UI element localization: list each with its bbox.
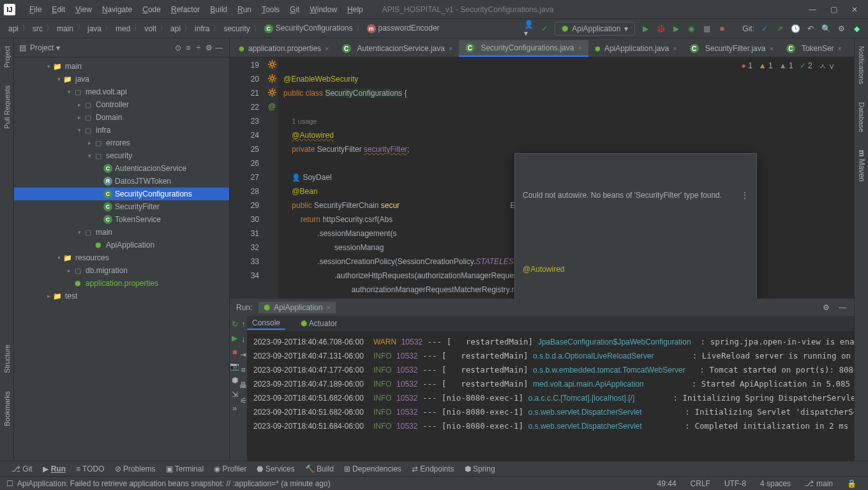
select-opened-icon[interactable]: ⊙ (173, 43, 183, 53)
gutter-icons[interactable]: 🔆🔆🔆 @ (266, 57, 278, 299)
tool-endpoints[interactable]: ⇄ Endpoints (407, 464, 460, 473)
tool-terminal[interactable]: ▣ Terminal (161, 464, 209, 473)
menu-tools[interactable]: Tools (257, 5, 285, 14)
tool-dependencies[interactable]: ⊞ Dependencies (339, 464, 407, 473)
run-tab[interactable]: ⬢ ApiApplication × (258, 302, 336, 313)
indent-setting[interactable]: 4 spaces (755, 479, 796, 488)
editor-tab[interactable]: ⬢application.properties× (232, 40, 336, 57)
tool-services[interactable]: ⬣ Services (251, 464, 299, 473)
actuator-icon[interactable]: ⬢ (232, 376, 238, 385)
tree-node-TokenService[interactable]: CTokenService (14, 213, 229, 226)
pull-requests-tool-button[interactable]: Pull Requests (3, 83, 11, 131)
tree-node-java[interactable]: ▾📁java (14, 73, 229, 85)
breadcrumb-item[interactable]: infra (193, 24, 211, 33)
editor-tab[interactable]: CTokenSer× (780, 40, 848, 57)
scroll-icon[interactable]: ≡ (241, 366, 245, 375)
tree-node-Controller[interactable]: ▸▢Controller (14, 98, 229, 111)
more-icon[interactable]: » (232, 404, 237, 413)
menu-code[interactable]: Code (137, 5, 166, 14)
search-icon[interactable]: 🔍 (821, 24, 831, 34)
lock-icon[interactable]: 🔒 (842, 479, 862, 488)
profile-button[interactable]: ◉ (686, 24, 696, 34)
plugin-icon[interactable]: ◆ (851, 24, 862, 34)
breadcrumb-item[interactable]: main (55, 24, 75, 33)
down-icon[interactable]: ↓ (241, 335, 245, 344)
breadcrumb-item[interactable]: CSecurityConfigurations (262, 24, 355, 33)
close-tab-icon[interactable]: × (673, 45, 677, 52)
breadcrumb-item[interactable]: java (86, 24, 103, 33)
tree-node-db-migration[interactable]: ▸▢db.migration (14, 264, 229, 277)
rerun-icon[interactable]: ↻ (232, 320, 238, 329)
tool-build[interactable]: 🔨 Build (300, 464, 339, 473)
tool-run[interactable]: ▶ Run (38, 464, 71, 473)
menu-file[interactable]: File (24, 5, 47, 14)
menu-edit[interactable]: Edit (47, 5, 70, 14)
close-tab-icon[interactable]: × (838, 45, 842, 52)
git-push-icon[interactable]: ↗ (775, 24, 785, 34)
menu-view[interactable]: View (70, 5, 97, 14)
editor-tab[interactable]: ⬢ApiApplication.java× (588, 40, 684, 57)
exit-icon[interactable]: ⇲ (232, 390, 238, 399)
run-icon[interactable]: ▶ (232, 334, 237, 343)
menu-refactor[interactable]: Refactor (166, 5, 205, 14)
tree-node-Domain[interactable]: ▸▢Domain (14, 111, 229, 124)
tree-node-main[interactable]: ▾📁main (14, 60, 229, 73)
user-icon[interactable]: 👤▾ (524, 24, 534, 34)
close-button[interactable]: ✕ (851, 5, 858, 14)
tree-node-SecurityFilter[interactable]: CSecurityFilter (14, 200, 229, 213)
breadcrumb-item[interactable]: volt (142, 24, 158, 33)
breadcrumb-item[interactable]: security (221, 24, 251, 33)
cursor-position[interactable]: 49:44 (652, 479, 682, 488)
run-button[interactable]: ▶ (640, 24, 650, 34)
tree-node-AutenticacionService[interactable]: CAutenticacionService (14, 162, 229, 175)
git-history-icon[interactable]: 🕓 (790, 24, 800, 34)
close-tab-icon[interactable]: × (769, 45, 773, 52)
menu-run[interactable]: Run (232, 5, 257, 14)
print-icon[interactable]: 🖶 (239, 381, 247, 390)
project-tree[interactable]: ▾📁main▾📁java▾▢med.volt.api▸▢Controller▸▢… (14, 57, 229, 461)
settings-gear-icon[interactable]: ⚙ (204, 43, 214, 53)
popup-menu-icon[interactable]: ⋮ (741, 188, 749, 202)
project-tool-button[interactable]: Project (3, 43, 11, 70)
tool-problems[interactable]: ⊘ Problems (110, 464, 161, 473)
stop-button[interactable]: ■ (717, 24, 727, 34)
file-encoding[interactable]: UTF-8 (719, 479, 751, 488)
hide-panel-icon[interactable]: — (214, 43, 224, 53)
git-pull-icon[interactable]: ✓ (760, 24, 770, 34)
tree-node-main[interactable]: ▾▢main (14, 226, 229, 239)
breadcrumb-item[interactable]: api (168, 24, 183, 33)
editor-tab[interactable]: CSecurityConfigurations.java× (459, 40, 588, 57)
stop-icon[interactable]: ■ (232, 348, 237, 357)
tree-node-security[interactable]: ▾▢security (14, 149, 229, 162)
database-tool-button[interactable]: Database (858, 100, 865, 135)
menu-build[interactable]: Build (205, 5, 232, 14)
tool-todo[interactable]: ≡ TODO (71, 464, 110, 473)
project-view-icon[interactable]: ▤ (19, 43, 26, 52)
code-editor[interactable]: ● 1 ▲ 1 ▲ 1 ✓ 2 ㅅ ∨ 19202122232425262728… (230, 57, 854, 299)
actuator-tab[interactable]: ⬢ Actuator (296, 318, 342, 329)
code-content[interactable]: @EnableWebSecurity public class Security… (278, 57, 854, 299)
tree-node-med-volt-api[interactable]: ▾▢med.volt.api (14, 85, 229, 98)
status-info-icon[interactable]: ☐ (6, 479, 13, 488)
tree-node-DatosJTWToken[interactable]: RDatosJTWToken (14, 175, 229, 188)
minimize-button[interactable]: — (809, 5, 816, 14)
bookmarks-tool-button[interactable]: Bookmarks (3, 389, 11, 429)
notifications-tool-button[interactable]: Notifications (858, 43, 865, 87)
settings-icon[interactable]: ⚙ (836, 24, 846, 34)
tree-node-errores[interactable]: ▸▢errores (14, 137, 229, 149)
breadcrumb-item[interactable]: api (6, 24, 20, 33)
close-tab-icon[interactable]: × (449, 45, 453, 52)
tree-node-infra[interactable]: ▾▢infra (14, 124, 229, 137)
tree-node-resources[interactable]: ▾📁resources (14, 251, 229, 264)
inspections-widget[interactable]: ● 1 ▲ 1 ▲ 1 ✓ 2 ㅅ ∨ (738, 60, 839, 73)
editor-tab[interactable]: CSecurityFilter.java× (684, 40, 780, 57)
breadcrumb-item[interactable]: med (114, 24, 132, 33)
structure-tool-button[interactable]: Structure (3, 342, 11, 376)
collapse-all-icon[interactable]: ÷ (193, 43, 204, 53)
up-icon[interactable]: ↑ (241, 320, 245, 329)
tree-node-test[interactable]: ▸📁test (14, 290, 229, 302)
git-branch[interactable]: ⎇ main (800, 479, 838, 488)
tree-node-SecurityConfigurations[interactable]: CSecurityConfigurations (14, 188, 229, 200)
menu-navigate[interactable]: Navigate (97, 5, 137, 14)
menu-help[interactable]: Help (342, 5, 368, 14)
